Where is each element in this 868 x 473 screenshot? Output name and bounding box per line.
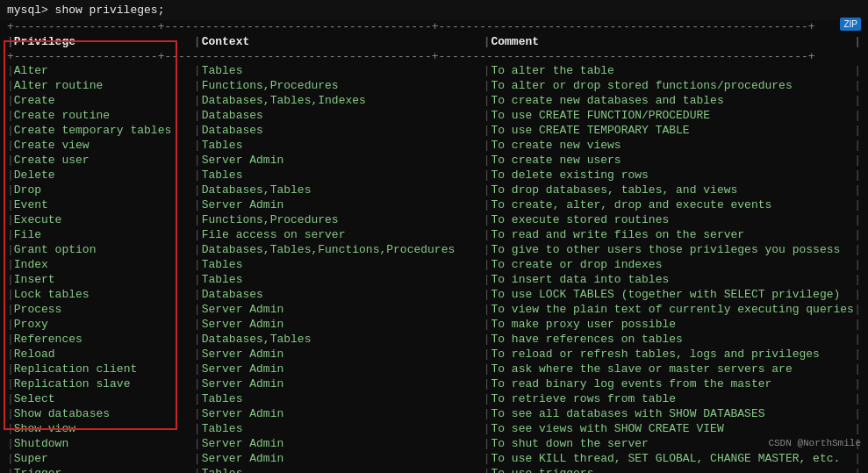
privilege-cell: Shutdown bbox=[14, 437, 194, 450]
table-row: |Event|Server Admin|To create, alter, dr… bbox=[4, 197, 864, 212]
comment-cell: To use LOCK TABLES (together with SELECT… bbox=[490, 288, 854, 301]
separator-mid: +---------------------+-----------------… bbox=[4, 50, 864, 63]
privilege-cell: Alter routine bbox=[14, 79, 194, 92]
table-row: |Proxy|Server Admin|To make proxy user p… bbox=[4, 317, 864, 332]
privilege-cell: Execute bbox=[14, 213, 194, 226]
privilege-cell: Create user bbox=[14, 154, 194, 167]
zip-badge: ZIP bbox=[840, 18, 861, 31]
comment-cell: To have references on tables bbox=[490, 333, 854, 346]
context-cell: File access on server bbox=[201, 228, 484, 241]
table-row: |Alter|Tables|To alter the table| bbox=[4, 63, 864, 78]
prompt-line: mysql> show privileges; bbox=[0, 0, 868, 20]
table-row: |Delete|Tables|To delete existing rows| bbox=[4, 168, 864, 183]
context-cell: Databases,Tables bbox=[201, 333, 484, 346]
privilege-cell: Proxy bbox=[14, 318, 194, 331]
header-row: | Privilege | Context | Comment | bbox=[4, 33, 864, 50]
table-row: |File|File access on server|To read and … bbox=[4, 227, 864, 242]
comment-cell: To alter the table bbox=[490, 64, 854, 77]
table-row: |References|Databases,Tables|To have ref… bbox=[4, 332, 864, 347]
table-row: |Execute|Functions,Procedures|To execute… bbox=[4, 212, 864, 227]
comment-cell: To create new users bbox=[490, 154, 854, 167]
context-cell: Server Admin bbox=[201, 407, 484, 420]
context-cell: Databases bbox=[201, 288, 484, 301]
comment-cell: To make proxy user possible bbox=[490, 318, 854, 331]
comment-cell: To ask where the slave or master servers… bbox=[490, 362, 854, 376]
context-cell: Tables bbox=[201, 422, 484, 435]
privilege-cell: Replication slave bbox=[14, 377, 194, 391]
header-privilege: Privilege bbox=[14, 35, 194, 48]
context-cell: Server Admin bbox=[201, 362, 484, 376]
comment-cell: To create new databases and tables bbox=[490, 94, 854, 107]
table-container: +---------------------+-----------------… bbox=[0, 20, 868, 473]
context-cell: Tables bbox=[201, 139, 484, 152]
table-row: |Process|Server Admin|To view the plain … bbox=[4, 302, 864, 317]
comment-cell: To create or drop indexes bbox=[490, 258, 854, 271]
privilege-cell: Process bbox=[14, 303, 194, 316]
table-row: |Alter routine|Functions,Procedures|To a… bbox=[4, 78, 864, 93]
table-row: |Create user|Server Admin|To create new … bbox=[4, 153, 864, 168]
header-comment: Comment bbox=[490, 35, 854, 48]
context-cell: Server Admin bbox=[201, 303, 484, 316]
comment-cell: To see all databases with SHOW DATABASES bbox=[490, 407, 854, 420]
context-cell: Server Admin bbox=[201, 318, 484, 331]
privilege-cell: Create routine bbox=[14, 109, 194, 122]
context-cell: Server Admin bbox=[201, 437, 484, 450]
separator-top: +---------------------+-----------------… bbox=[4, 20, 864, 33]
privilege-cell: Show view bbox=[14, 422, 194, 435]
privilege-cell: Create view bbox=[14, 139, 194, 152]
context-cell: Databases,Tables,Indexes bbox=[201, 94, 484, 107]
table-row: |Reload|Server Admin|To reload or refres… bbox=[4, 347, 864, 362]
table-row: |Lock tables|Databases|To use LOCK TABLE… bbox=[4, 287, 864, 302]
privilege-cell: Delete bbox=[14, 168, 194, 182]
comment-cell: To insert data into tables bbox=[490, 273, 854, 286]
comment-cell: To alter or drop stored functions/proced… bbox=[490, 79, 854, 92]
table-row: |Show view|Tables|To see views with SHOW… bbox=[4, 421, 864, 436]
context-cell: Server Admin bbox=[201, 154, 484, 167]
privilege-cell: Create bbox=[14, 94, 194, 107]
table-row: |Show databases|Server Admin|To see all … bbox=[4, 406, 864, 421]
comment-cell: To use triggers bbox=[490, 467, 854, 473]
privilege-cell: Event bbox=[14, 198, 194, 211]
privilege-cell: Select bbox=[14, 392, 194, 405]
table-row: |Shutdown|Server Admin|To shut down the … bbox=[4, 436, 864, 451]
context-cell: Databases,Tables,Functions,Procedures bbox=[201, 243, 484, 256]
table-row: |Drop|Databases,Tables|To drop databases… bbox=[4, 183, 864, 197]
privilege-cell: Index bbox=[14, 258, 194, 271]
comment-cell: To create, alter, drop and execute event… bbox=[490, 198, 854, 211]
comment-cell: To delete existing rows bbox=[490, 168, 854, 182]
privilege-cell: Super bbox=[14, 452, 194, 465]
context-cell: Databases bbox=[201, 124, 484, 137]
privilege-cell: Create temporary tables bbox=[14, 124, 194, 137]
table-row: |Super|Server Admin|To use KILL thread, … bbox=[4, 451, 864, 466]
comment-cell: To read binary log events from the maste… bbox=[490, 377, 854, 391]
privilege-cell: File bbox=[14, 228, 194, 241]
comment-cell: To drop databases, tables, and views bbox=[490, 183, 854, 197]
table-row: |Replication slave|Server Admin|To read … bbox=[4, 376, 864, 391]
context-cell: Tables bbox=[201, 168, 484, 182]
context-cell: Functions,Procedures bbox=[201, 213, 484, 226]
context-cell: Tables bbox=[201, 467, 484, 473]
privilege-cell: References bbox=[14, 333, 194, 346]
context-cell: Tables bbox=[201, 258, 484, 271]
privilege-cell: Insert bbox=[14, 273, 194, 286]
comment-cell: To use CREATE FUNCTION/PROCEDURE bbox=[490, 109, 854, 122]
context-cell: Databases bbox=[201, 109, 484, 122]
watermark: CSDN @NorthSmile bbox=[768, 438, 861, 448]
table-row: |Index|Tables|To create or drop indexes| bbox=[4, 257, 864, 272]
comment-cell: To give to other users those privileges … bbox=[490, 243, 854, 256]
table-row: |Create|Databases,Tables,Indexes|To crea… bbox=[4, 93, 864, 108]
context-cell: Server Admin bbox=[201, 452, 484, 465]
table-row: |Replication client|Server Admin|To ask … bbox=[4, 362, 864, 376]
comment-cell: To execute stored routines bbox=[490, 213, 854, 226]
table-row: |Create routine|Databases|To use CREATE … bbox=[4, 108, 864, 123]
context-cell: Server Admin bbox=[201, 377, 484, 391]
context-cell: Tables bbox=[201, 392, 484, 405]
comment-cell: To read and write files on the server bbox=[490, 228, 854, 241]
table-row: |Grant option|Databases,Tables,Functions… bbox=[4, 242, 864, 257]
context-cell: Server Admin bbox=[201, 198, 484, 211]
privilege-cell: Replication client bbox=[14, 362, 194, 376]
comment-cell: To view the plain text of currently exec… bbox=[490, 303, 854, 316]
table-row: |Trigger|Tables|To use triggers| bbox=[4, 466, 864, 473]
context-cell: Functions,Procedures bbox=[201, 79, 484, 92]
privilege-cell: Trigger bbox=[14, 467, 194, 473]
